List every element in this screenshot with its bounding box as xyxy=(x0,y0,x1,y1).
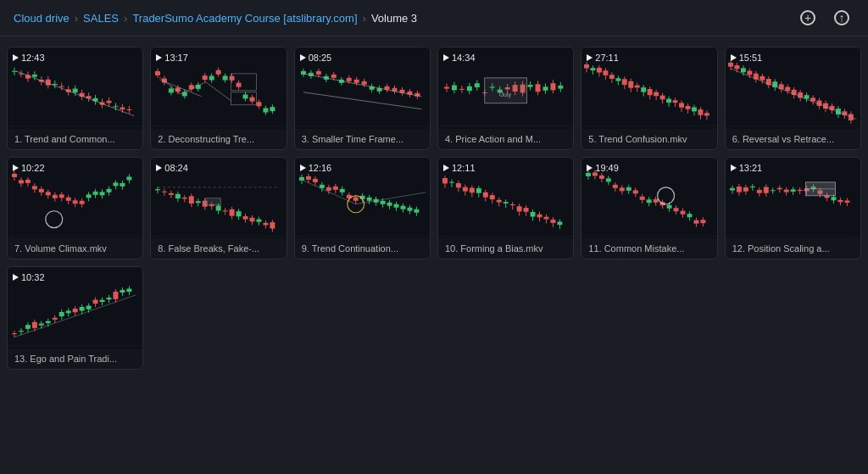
svg-rect-161 xyxy=(604,70,609,75)
svg-rect-123 xyxy=(459,89,465,90)
video-card-6[interactable]: 15:516. Reversal vs Retrace... xyxy=(725,47,861,150)
svg-rect-97 xyxy=(353,80,359,83)
breadcrumb-cloud-drive[interactable]: Cloud drive xyxy=(14,12,70,25)
svg-rect-374 xyxy=(490,195,495,199)
video-label-13: 13. Ego and Pain Tradi... xyxy=(8,349,142,369)
svg-rect-256 xyxy=(66,197,71,200)
duration-badge-10: 12:11 xyxy=(443,163,476,173)
video-card-8[interactable]: 08:248. False Breaks, Fake-... xyxy=(150,157,287,260)
svg-rect-215 xyxy=(785,87,790,91)
svg-rect-325 xyxy=(320,184,325,187)
thumbnail-8: 08:24 xyxy=(151,158,286,239)
video-label-9: 9. Trend Continuation... xyxy=(295,238,430,259)
svg-rect-424 xyxy=(674,208,679,211)
svg-rect-56 xyxy=(203,75,208,80)
video-card-11[interactable]: 19:4911. Common Mistake... xyxy=(581,157,717,260)
svg-rect-159 xyxy=(597,68,602,73)
svg-rect-99 xyxy=(361,81,366,85)
svg-rect-495 xyxy=(73,309,78,312)
svg-rect-457 xyxy=(797,190,802,191)
duration-badge-9: 12:16 xyxy=(300,163,332,173)
breadcrumb-sales[interactable]: SALES xyxy=(83,12,119,25)
svg-rect-74 xyxy=(264,109,269,113)
svg-rect-386 xyxy=(531,212,536,216)
svg-rect-491 xyxy=(59,312,64,316)
header-actions: + ↑ xyxy=(800,10,854,25)
play-icon-7 xyxy=(13,165,19,171)
svg-rect-331 xyxy=(339,188,344,192)
svg-rect-309 xyxy=(257,219,262,221)
svg-rect-408 xyxy=(620,187,625,191)
svg-rect-469 xyxy=(837,199,843,201)
video-card-9[interactable]: 12:169. Trend Continuation... xyxy=(294,157,431,260)
svg-rect-258 xyxy=(73,200,78,204)
svg-rect-58 xyxy=(209,76,214,81)
svg-rect-511 xyxy=(126,289,131,293)
video-card-5[interactable]: 27:115. Trend Confusion.mkv xyxy=(581,47,717,150)
svg-rect-441 xyxy=(743,187,748,192)
svg-rect-289 xyxy=(189,196,194,204)
video-card-2[interactable]: 13:172. Deconstructing Tre... xyxy=(150,47,287,150)
video-card-12[interactable]: 13:2112. Position Scaling a... xyxy=(725,157,861,260)
svg-rect-430 xyxy=(694,220,699,223)
svg-rect-362 xyxy=(449,181,454,182)
duration-badge-13: 10:32 xyxy=(13,272,45,282)
video-card-4[interactable]: July 14:344. Price Action and M... xyxy=(437,47,574,150)
breadcrumb-course[interactable]: TraderSumo Academy Course [atslibrary.co… xyxy=(132,12,357,25)
svg-rect-303 xyxy=(236,211,242,216)
video-label-1: 1. Trend and Common... xyxy=(8,129,142,149)
play-icon-1 xyxy=(13,54,19,61)
svg-rect-207 xyxy=(760,76,765,81)
create-folder-button[interactable]: + xyxy=(800,10,821,25)
svg-rect-291 xyxy=(196,201,201,203)
svg-rect-87 xyxy=(316,71,321,75)
thumbnail-6: 15:51 xyxy=(726,47,860,129)
video-card-1[interactable]: 12:431. Trend and Common... xyxy=(7,47,143,150)
svg-rect-155 xyxy=(584,64,589,68)
svg-rect-76 xyxy=(270,107,275,111)
svg-rect-181 xyxy=(666,99,671,103)
svg-rect-443 xyxy=(750,187,755,187)
svg-rect-323 xyxy=(313,178,318,181)
svg-rect-394 xyxy=(557,221,562,225)
thumbnail-13: 10:32 xyxy=(8,267,142,349)
svg-rect-343 xyxy=(380,200,385,204)
upload-button[interactable]: ↑ xyxy=(834,10,854,25)
svg-rect-388 xyxy=(537,214,542,217)
svg-rect-416 xyxy=(647,199,652,203)
duration-text-10: 12:11 xyxy=(452,163,476,173)
svg-rect-439 xyxy=(737,187,742,192)
svg-text:July: July xyxy=(500,92,511,98)
svg-rect-189 xyxy=(692,107,697,111)
svg-rect-364 xyxy=(456,183,461,187)
svg-rect-426 xyxy=(681,210,686,214)
duration-text-12: 13:21 xyxy=(739,163,763,173)
svg-rect-70 xyxy=(250,98,255,102)
svg-rect-175 xyxy=(648,89,653,95)
svg-rect-376 xyxy=(497,199,502,202)
thumbnail-12: 13:21 xyxy=(726,158,860,239)
svg-rect-351 xyxy=(407,207,412,210)
duration-badge-3: 08:25 xyxy=(300,53,332,63)
video-card-3[interactable]: 08:253. Smaller Time Frame... xyxy=(294,47,431,150)
svg-rect-187 xyxy=(686,106,691,109)
duration-badge-5: 27:11 xyxy=(587,53,619,63)
svg-rect-311 xyxy=(264,222,269,225)
play-icon-11 xyxy=(587,165,593,171)
svg-rect-422 xyxy=(667,204,672,208)
svg-rect-285 xyxy=(175,193,181,198)
svg-rect-64 xyxy=(230,76,235,81)
svg-rect-149 xyxy=(558,86,563,89)
video-card-10[interactable]: 12:1110. Forming a Bias.mkv xyxy=(437,157,574,260)
svg-rect-244 xyxy=(25,179,31,182)
video-card-13[interactable]: 10:3213. Ego and Pain Tradi... xyxy=(7,266,143,370)
thumbnail-3: 08:25 xyxy=(295,47,430,129)
video-label-11: 11. Common Mistake... xyxy=(581,238,716,259)
play-icon-12 xyxy=(731,165,737,171)
svg-rect-62 xyxy=(223,75,228,80)
svg-rect-46 xyxy=(169,88,174,92)
svg-rect-414 xyxy=(640,196,645,199)
svg-rect-125 xyxy=(467,86,472,91)
video-card-7[interactable]: 10:227. Volume Climax.mkv xyxy=(7,157,143,260)
svg-rect-283 xyxy=(169,192,174,194)
